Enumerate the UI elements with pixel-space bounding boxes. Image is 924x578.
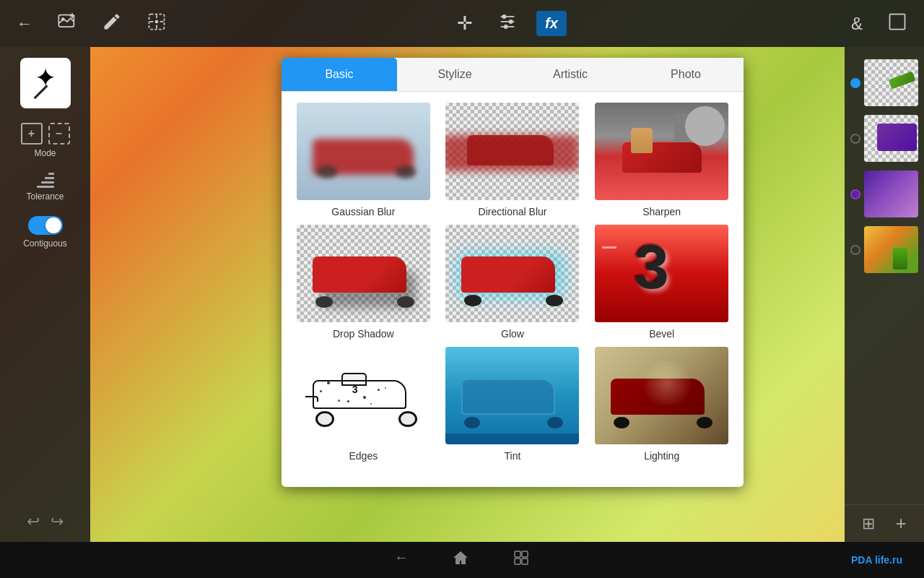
selection-icon	[147, 12, 167, 32]
svg-rect-17	[515, 551, 520, 557]
magic-wand-icon: ✦	[35, 63, 56, 104]
sharpen-label: Sharpen	[642, 206, 681, 217]
tabs-row: Basic Stylize Artistic Photo	[282, 58, 744, 92]
adjustments-icon	[497, 12, 518, 32]
leaf-shape	[893, 248, 907, 269]
tab-basic[interactable]: Basic	[282, 58, 397, 91]
bottom-bar: ← PDA life.ru	[0, 542, 924, 578]
filter-panel: Basic Stylize Artistic Photo Gaussian Bl…	[282, 58, 744, 487]
layer-thumb-3	[864, 171, 918, 217]
svg-rect-19	[515, 558, 520, 564]
top-toolbar: ←	[0, 0, 924, 47]
right-sidebar: ⊞ +	[845, 47, 924, 542]
recent-nav-button[interactable]	[513, 549, 530, 571]
layer-2-shape	[877, 124, 917, 151]
tolerance-label: Tolerance	[26, 191, 64, 202]
brand-label: PDA life.ru	[851, 554, 902, 566]
mode-subtract-button[interactable]: −	[48, 123, 70, 144]
nav-icons: ←	[394, 549, 530, 571]
layer-item-4[interactable]	[845, 225, 924, 275]
gaussian-blur-thumb	[297, 103, 430, 200]
tab-stylize[interactable]: Stylize	[397, 58, 513, 91]
bevel-thumb: 3	[595, 225, 728, 322]
svg-point-5	[155, 20, 159, 23]
filter-drop-shadow[interactable]: Drop Shadow	[292, 225, 435, 340]
directional-blur-label: Directional Blur	[479, 206, 547, 217]
filter-tint[interactable]: Tint	[442, 347, 584, 462]
undo-button[interactable]: ↩	[27, 512, 40, 531]
undo-redo: ↩ ↪	[16, 501, 74, 542]
fx-button[interactable]: fx	[536, 11, 567, 36]
crop-button[interactable]	[881, 6, 913, 42]
contiguous-label: Contiguous	[23, 238, 67, 249]
layer-item-2[interactable]	[845, 113, 924, 163]
crop-icon	[887, 12, 907, 32]
drop-shadow-label: Drop Shadow	[333, 328, 394, 340]
add-layer-button[interactable]: +	[896, 512, 907, 535]
edges-label: Edges	[349, 450, 378, 462]
layer-thumb-1	[864, 59, 918, 106]
svg-rect-16	[890, 14, 905, 29]
bevel-label: Bevel	[649, 328, 674, 340]
toolbar-center: ✛ fx	[451, 6, 567, 42]
layer-radio-1[interactable]	[850, 78, 860, 88]
draw-button[interactable]	[96, 6, 128, 42]
drop-shadow-thumb	[297, 225, 430, 322]
filter-gaussian-blur[interactable]: Gaussian Blur	[292, 103, 435, 217]
layer-thumb-2	[864, 115, 918, 162]
layer-radio-2[interactable]	[850, 134, 860, 144]
glow-label: Glow	[501, 328, 524, 340]
draw-icon	[102, 12, 122, 32]
tab-artistic[interactable]: Artistic	[513, 58, 628, 91]
add-image-button[interactable]	[51, 6, 83, 42]
glow-thumb	[445, 225, 579, 322]
right-bottom-icons: ⊞ +	[845, 504, 924, 542]
filter-sharpen[interactable]: Sharpen	[590, 103, 733, 217]
mode-add-button[interactable]: +	[21, 123, 43, 144]
svg-rect-18	[522, 551, 528, 557]
svg-point-13	[502, 14, 507, 19]
back-button[interactable]: ←	[11, 9, 38, 39]
tab-photo[interactable]: Photo	[628, 58, 744, 91]
selection-button[interactable]	[141, 6, 173, 42]
layers-panel-button[interactable]: ⊞	[862, 514, 875, 533]
back-nav-button[interactable]: ←	[394, 549, 409, 571]
filter-lighting[interactable]: Lighting	[590, 347, 733, 462]
recent-icon	[513, 549, 530, 566]
sharpen-thumb	[595, 103, 728, 200]
edges-thumb: 3	[297, 347, 430, 444]
adjustments-button[interactable]	[492, 6, 523, 42]
svg-point-15	[504, 25, 508, 29]
layer-item-1[interactable]	[845, 58, 924, 108]
mode-icons: + −	[21, 123, 70, 144]
layer-radio-4[interactable]	[850, 245, 860, 255]
filter-directional-blur[interactable]: Directional Blur	[442, 103, 584, 217]
layer-radio-3[interactable]	[850, 189, 860, 199]
tint-thumb	[445, 347, 579, 444]
mode-label: Mode	[34, 148, 56, 158]
filter-glow[interactable]: Glow	[442, 225, 584, 340]
layer-item-3[interactable]	[845, 169, 924, 219]
toolbar-right: &	[845, 6, 913, 42]
home-nav-button[interactable]	[452, 549, 469, 571]
filters-grid: Gaussian Blur Directional Blur Sharpen	[282, 92, 744, 473]
filter-edges[interactable]: 3 Edges	[292, 347, 435, 462]
layer-thumb-4	[864, 226, 918, 273]
contiguous-toggle[interactable]	[28, 216, 63, 235]
tolerance-icon	[37, 173, 54, 188]
redo-button[interactable]: ↪	[51, 512, 64, 531]
lighting-label: Lighting	[644, 450, 679, 462]
contiguous-item: Contiguous	[23, 216, 67, 249]
svg-rect-20	[522, 558, 528, 564]
layer-thumb-decoration	[889, 71, 916, 89]
merge-button[interactable]: &	[845, 8, 868, 40]
lighting-thumb	[595, 347, 728, 444]
gaussian-blur-label: Gaussian Blur	[331, 206, 395, 217]
filter-bevel[interactable]: 3 Bevel	[590, 225, 733, 340]
add-image-icon	[57, 12, 77, 32]
svg-point-14	[509, 20, 513, 24]
move-button[interactable]: ✛	[451, 7, 479, 40]
toggle-knob	[45, 217, 61, 233]
tolerance-item: Tolerance	[26, 173, 64, 202]
magic-wand-button[interactable]: ✦	[20, 58, 71, 108]
